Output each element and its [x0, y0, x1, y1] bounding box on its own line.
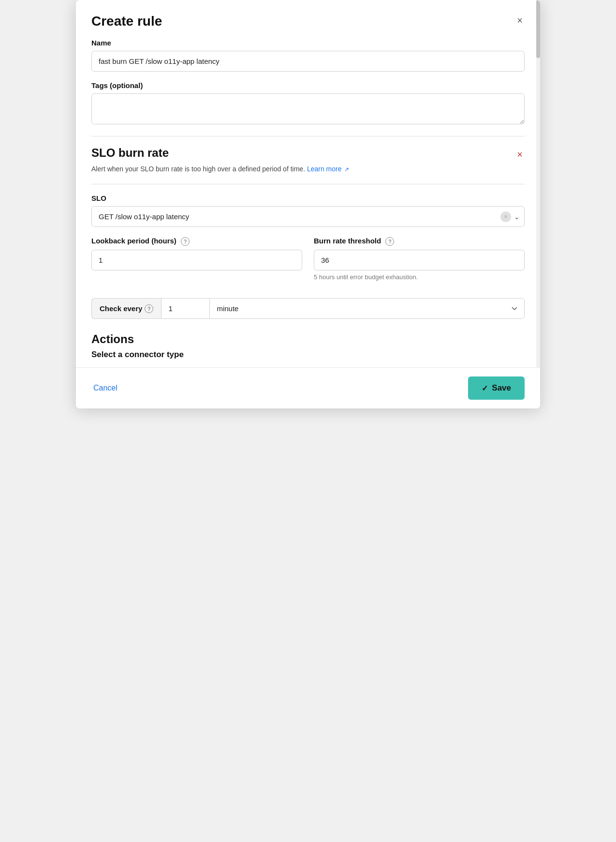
slo-group: SLO × ⌄	[91, 194, 525, 227]
section-divider-2	[91, 184, 525, 184]
tags-input[interactable]	[91, 93, 525, 124]
scrollbar-track[interactable]	[536, 0, 540, 408]
name-input[interactable]	[91, 51, 525, 72]
save-check-icon: ✓	[482, 384, 488, 393]
clear-icon: ×	[504, 213, 508, 220]
lookback-help-icon[interactable]: ?	[181, 237, 190, 246]
slo-select-input[interactable]	[91, 206, 525, 227]
cancel-button[interactable]: Cancel	[91, 380, 119, 396]
name-group: Name	[91, 39, 525, 72]
slo-burn-rate-section: SLO burn rate × Alert when your SLO burn…	[91, 146, 525, 174]
section-header: SLO burn rate ×	[91, 146, 525, 161]
remove-section-button[interactable]: ×	[515, 148, 525, 161]
save-label: Save	[492, 383, 511, 393]
slo-select-container: × ⌄	[91, 206, 525, 227]
learn-more-link[interactable]: Learn more ↗	[307, 165, 349, 173]
create-rule-modal: Create rule × Name Tags (optional) SLO b…	[76, 0, 540, 408]
external-link-icon: ↗	[344, 165, 349, 174]
burn-rate-group: Burn rate threshold ? 5 hours until erro…	[314, 237, 525, 281]
section-description: Alert when your SLO burn rate is too hig…	[91, 164, 525, 174]
check-every-help-icon[interactable]: ?	[145, 304, 153, 313]
slo-label: SLO	[91, 194, 525, 202]
slo-clear-button[interactable]: ×	[500, 211, 511, 222]
burn-rate-input[interactable]	[314, 250, 525, 271]
burn-rate-label: Burn rate threshold ?	[314, 237, 525, 246]
close-button[interactable]: ×	[515, 14, 525, 27]
modal-title: Create rule	[91, 14, 162, 29]
name-label: Name	[91, 39, 525, 47]
check-every-row: Check every ? minute minutes hour hours	[91, 298, 525, 319]
lookback-burnrate-row: Lookback period (hours) ? Burn rate thre…	[91, 237, 525, 290]
lookback-group: Lookback period (hours) ?	[91, 237, 302, 281]
check-every-unit-select[interactable]: minute minutes hour hours	[209, 298, 525, 319]
lookback-input[interactable]	[91, 250, 302, 271]
actions-title: Actions	[91, 332, 525, 346]
section-title: SLO burn rate	[91, 146, 169, 160]
modal-footer: Cancel ✓ Save	[76, 367, 540, 408]
tags-group: Tags (optional)	[91, 81, 525, 126]
burn-rate-hint: 5 hours until error budget exhaustion.	[314, 273, 525, 281]
lookback-label: Lookback period (hours) ?	[91, 237, 302, 246]
scrollbar-thumb[interactable]	[536, 0, 540, 58]
save-button[interactable]: ✓ Save	[468, 376, 525, 400]
slo-chevron-down-icon: ⌄	[514, 213, 520, 221]
modal-header: Create rule ×	[76, 0, 540, 39]
burn-rate-help-icon[interactable]: ?	[385, 237, 394, 246]
modal-body: Name Tags (optional) SLO burn rate × Ale…	[76, 39, 540, 367]
actions-section: Actions Select a connector type	[91, 332, 525, 360]
check-every-label-box: Check every ?	[91, 298, 161, 319]
section-divider-1	[91, 136, 525, 136]
connector-type-label: Select a connector type	[91, 350, 525, 360]
slo-select-controls: × ⌄	[500, 211, 520, 222]
check-every-number-input[interactable]	[161, 298, 209, 319]
tags-label: Tags (optional)	[91, 81, 525, 90]
